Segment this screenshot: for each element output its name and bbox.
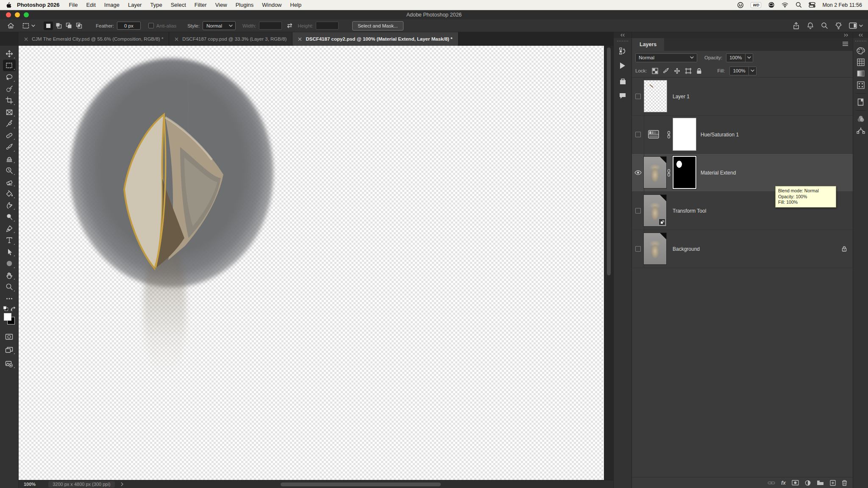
toolbar-more-ellipsis-icon[interactable] bbox=[3, 293, 16, 304]
opacity-value[interactable]: 100% bbox=[726, 53, 753, 62]
actions-panel-icon[interactable] bbox=[617, 60, 629, 71]
selection-mode-subtract-button[interactable] bbox=[64, 22, 73, 30]
layer-name[interactable]: Material Extend bbox=[701, 170, 736, 176]
status-chevron-icon[interactable] bbox=[121, 482, 123, 486]
capture-button[interactable] bbox=[3, 358, 16, 369]
creative-cloud-icon[interactable] bbox=[768, 2, 775, 8]
control-center-icon[interactable] bbox=[809, 2, 815, 8]
tool-dodge[interactable] bbox=[3, 211, 16, 223]
layer-name[interactable]: Hue/Saturation 1 bbox=[701, 132, 739, 138]
paths-panel-icon[interactable] bbox=[855, 125, 867, 136]
link-layers-icon[interactable] bbox=[768, 481, 775, 485]
antialias-checkbox[interactable] bbox=[148, 23, 154, 28]
panel-grip[interactable] bbox=[617, 41, 628, 42]
layers-panel-menu-icon[interactable] bbox=[842, 42, 849, 46]
menu-clock[interactable]: Mon 2 Feb 11:56 bbox=[822, 2, 862, 8]
menu-window[interactable]: Window bbox=[258, 2, 286, 8]
layer-name[interactable]: Transform Tool bbox=[673, 208, 706, 214]
comments-panel-icon[interactable] bbox=[617, 90, 629, 102]
layer-effects-fx-icon[interactable]: fx bbox=[781, 480, 786, 486]
visibility-checkbox-empty[interactable] bbox=[635, 132, 641, 137]
wifi-icon[interactable] bbox=[782, 2, 788, 8]
selection-mode-add-button[interactable] bbox=[54, 22, 63, 30]
tool-type[interactable] bbox=[3, 235, 16, 246]
gradients-panel-icon[interactable] bbox=[855, 68, 867, 79]
vertical-scrollbar[interactable] bbox=[604, 46, 613, 480]
visibility-toggle[interactable] bbox=[632, 154, 644, 191]
visibility-toggle[interactable] bbox=[632, 78, 644, 115]
document-tab-3-active[interactable]: DSCF4187 copy2.psd @ 100% (Material Exte… bbox=[292, 32, 458, 46]
collapse-panels-right-icon[interactable] bbox=[843, 33, 849, 37]
blend-mode-select[interactable]: Normal bbox=[635, 53, 697, 62]
tab-layers[interactable]: Layers bbox=[632, 38, 664, 51]
lock-position-icon[interactable] bbox=[674, 68, 680, 74]
tool-selection-brush[interactable] bbox=[3, 83, 16, 94]
quick-mask-mode-button[interactable] bbox=[3, 331, 16, 342]
notifications-bell-icon[interactable] bbox=[807, 22, 814, 30]
canvas[interactable] bbox=[19, 46, 604, 480]
layer-row-background[interactable]: Background bbox=[632, 230, 853, 268]
tool-clone-stamp[interactable] bbox=[3, 153, 16, 164]
document-tab-2[interactable]: DSCF4187 copy.psd @ 33.3% (Layer 3, RGB/… bbox=[169, 32, 292, 46]
tool-ellipse-shape[interactable] bbox=[3, 258, 16, 269]
new-layer-icon[interactable] bbox=[830, 480, 836, 486]
fill-value[interactable]: 100% bbox=[729, 67, 756, 75]
tool-eraser[interactable] bbox=[3, 176, 16, 188]
tool-frame[interactable] bbox=[3, 106, 16, 118]
layer-thumbnail-photo[interactable] bbox=[643, 233, 667, 265]
menu-plugins[interactable]: Plugins bbox=[231, 2, 258, 8]
tool-healing-brush[interactable] bbox=[3, 130, 16, 141]
lock-artboard-icon[interactable] bbox=[685, 68, 692, 74]
layer-name[interactable]: Layer 1 bbox=[673, 94, 690, 100]
lock-paint-icon[interactable] bbox=[663, 68, 669, 74]
visibility-toggle[interactable] bbox=[632, 116, 644, 153]
horizontal-scrollbar-thumb[interactable] bbox=[281, 482, 441, 486]
lock-transparency-icon[interactable] bbox=[652, 68, 658, 74]
layer-row-hue-saturation-1[interactable]: Hue/Saturation 1 bbox=[632, 116, 853, 154]
history-panel-icon[interactable] bbox=[617, 45, 629, 56]
style-select[interactable]: Normal bbox=[203, 21, 236, 30]
spotlight-search-icon[interactable] bbox=[795, 2, 802, 8]
tool-lasso[interactable] bbox=[3, 72, 16, 83]
layer-row-layer-1[interactable]: Layer 1 bbox=[632, 78, 853, 116]
visibility-checkbox-empty[interactable] bbox=[635, 246, 641, 252]
lock-all-icon[interactable] bbox=[696, 68, 702, 74]
tool-paint-bucket[interactable] bbox=[3, 188, 16, 200]
tool-path-selection[interactable] bbox=[3, 246, 16, 258]
menu-select[interactable]: Select bbox=[167, 2, 190, 8]
adjustment-layer-button-icon[interactable] bbox=[805, 480, 811, 486]
layer-mask-thumbnail-white[interactable] bbox=[673, 118, 696, 151]
tab-close-icon[interactable] bbox=[175, 37, 178, 41]
visibility-checkbox-empty[interactable] bbox=[635, 208, 641, 214]
status-ring-icon[interactable] bbox=[737, 2, 744, 8]
discover-lightbulb-icon[interactable] bbox=[835, 22, 842, 30]
selection-mode-new-button[interactable] bbox=[44, 22, 53, 30]
add-mask-icon[interactable] bbox=[792, 480, 799, 485]
menu-filter[interactable]: Filter bbox=[190, 2, 211, 8]
tool-preset-chevron-icon[interactable] bbox=[31, 25, 35, 27]
feather-input[interactable]: 0 px bbox=[117, 22, 141, 30]
menu-file[interactable]: File bbox=[64, 2, 82, 8]
zoom-window-button[interactable] bbox=[24, 12, 29, 17]
document-tab-1[interactable]: CJM The Emerald City.psd @ 55.6% (Compos… bbox=[19, 32, 169, 46]
select-and-mask-button[interactable]: Select and Mask... bbox=[352, 21, 403, 30]
wd-badge[interactable]: WD bbox=[751, 2, 761, 8]
current-tool-marquee-icon[interactable] bbox=[21, 21, 31, 30]
background-lock-icon[interactable] bbox=[842, 246, 847, 252]
document-info[interactable]: 3200 px x 4800 px (300 ppi) bbox=[48, 481, 114, 488]
swatches-panel-icon[interactable] bbox=[855, 56, 867, 68]
tool-history-brush[interactable] bbox=[3, 165, 16, 176]
tab-close-icon[interactable] bbox=[24, 37, 28, 41]
zoom-level[interactable]: 100% bbox=[24, 482, 36, 487]
menu-app-name[interactable]: Photoshop 2026 bbox=[12, 2, 64, 8]
new-group-icon[interactable] bbox=[817, 480, 824, 485]
tool-eyedropper[interactable] bbox=[3, 118, 16, 130]
tool-move[interactable] bbox=[3, 48, 16, 60]
swap-dimensions-icon[interactable] bbox=[285, 21, 295, 30]
visibility-checkbox-empty[interactable] bbox=[635, 94, 641, 99]
menu-help[interactable]: Help bbox=[286, 2, 306, 8]
tool-zoom[interactable] bbox=[3, 281, 16, 293]
home-icon[interactable] bbox=[6, 21, 15, 30]
foreground-background-swatches[interactable] bbox=[3, 312, 16, 327]
tool-brush[interactable] bbox=[3, 141, 16, 153]
